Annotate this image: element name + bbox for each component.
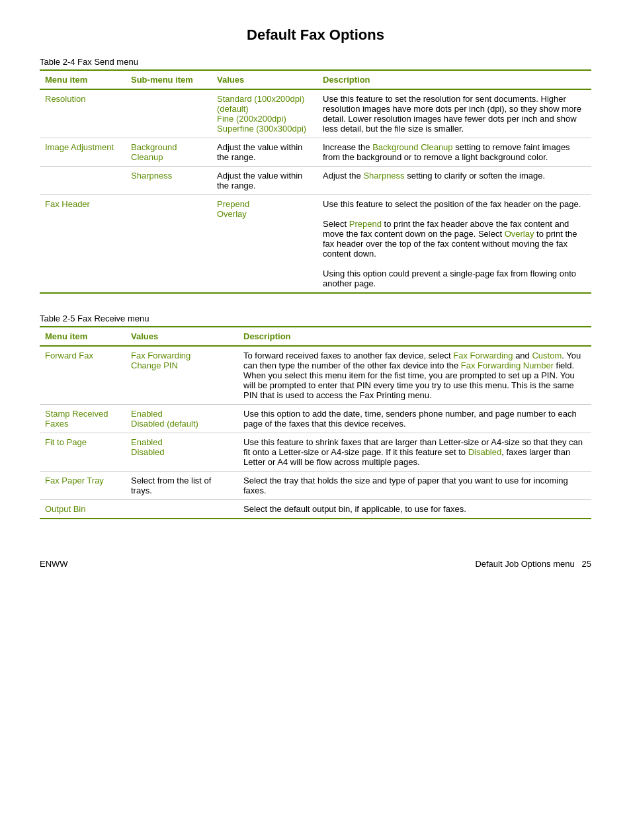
description-cell: Select the tray that holds the size and … bbox=[238, 472, 591, 500]
menu-item-cell: Output Bin bbox=[40, 500, 126, 519]
th-values: Values bbox=[212, 70, 317, 89]
th-menu-item: Menu item bbox=[40, 70, 126, 89]
footer: ENWW Default Job Options menu 25 bbox=[40, 559, 591, 569]
values-cell: Standard (100x200dpi) (default)Fine (200… bbox=[212, 89, 317, 138]
values-cell: Adjust the value within the range. bbox=[212, 167, 317, 195]
table1-label: Table 2-4 Fax Send menu bbox=[40, 57, 591, 67]
table-row: Forward FaxFax ForwardingChange PINTo fo… bbox=[40, 346, 591, 405]
fax-receive-table: Menu item Values Description Forward Fax… bbox=[40, 326, 591, 519]
values-cell: EnabledDisabled bbox=[126, 433, 238, 472]
page-title: Default Fax Options bbox=[40, 26, 591, 44]
submenu-item-cell bbox=[126, 195, 212, 294]
values-cell bbox=[126, 500, 238, 519]
description-cell: Use this option to add the date, time, s… bbox=[238, 405, 591, 433]
footer-left: ENWW bbox=[40, 559, 68, 569]
description-cell: Adjust the Sharpness setting to clarify … bbox=[317, 167, 591, 195]
values-cell: EnabledDisabled (default) bbox=[126, 405, 238, 433]
submenu-item-cell: Background Cleanup bbox=[126, 138, 212, 167]
description-cell: Select the default output bin, if applic… bbox=[238, 500, 591, 519]
description-cell: To forward received faxes to another fax… bbox=[238, 346, 591, 405]
table-row: Stamp Received FaxesEnabledDisabled (def… bbox=[40, 405, 591, 433]
description-cell: Use this feature to set the resolution f… bbox=[317, 89, 591, 138]
table2-label: Table 2-5 Fax Receive menu bbox=[40, 314, 591, 323]
table-row: Fax Paper TraySelect from the list of tr… bbox=[40, 472, 591, 500]
menu-item-cell: Fax Paper Tray bbox=[40, 472, 126, 500]
menu-item-cell: Forward Fax bbox=[40, 346, 126, 405]
values-cell: PrependOverlay bbox=[212, 195, 317, 294]
table-row: SharpnessAdjust the value within the ran… bbox=[40, 167, 591, 195]
values-cell: Select from the list of trays. bbox=[126, 472, 238, 500]
th2-menu-item: Menu item bbox=[40, 327, 126, 346]
footer-right: Default Job Options menu 25 bbox=[475, 559, 591, 569]
values-cell: Adjust the value within the range. bbox=[212, 138, 317, 167]
table-row: Fax HeaderPrependOverlayUse this feature… bbox=[40, 195, 591, 294]
menu-item-cell: Resolution bbox=[40, 89, 126, 138]
menu-item-cell bbox=[40, 167, 126, 195]
description-cell: Use this feature to shrink faxes that ar… bbox=[238, 433, 591, 472]
description-cell: Increase the Background Cleanup setting … bbox=[317, 138, 591, 167]
menu-item-cell: Image Adjustment bbox=[40, 138, 126, 167]
th-submenu-item: Sub-menu item bbox=[126, 70, 212, 89]
description-cell: Use this feature to select the position … bbox=[317, 195, 591, 294]
th-description: Description bbox=[317, 70, 591, 89]
table-row: ResolutionStandard (100x200dpi) (default… bbox=[40, 89, 591, 138]
menu-item-cell: Stamp Received Faxes bbox=[40, 405, 126, 433]
menu-item-cell: Fax Header bbox=[40, 195, 126, 294]
table-row: Output BinSelect the default output bin,… bbox=[40, 500, 591, 519]
submenu-item-cell bbox=[126, 89, 212, 138]
menu-item-cell: Fit to Page bbox=[40, 433, 126, 472]
fax-send-table: Menu item Sub-menu item Values Descripti… bbox=[40, 69, 591, 294]
th2-values: Values bbox=[126, 327, 238, 346]
table-row: Image AdjustmentBackground CleanupAdjust… bbox=[40, 138, 591, 167]
table-row: Fit to PageEnabledDisabledUse this featu… bbox=[40, 433, 591, 472]
values-cell: Fax ForwardingChange PIN bbox=[126, 346, 238, 405]
submenu-item-cell: Sharpness bbox=[126, 167, 212, 195]
th2-description: Description bbox=[238, 327, 591, 346]
